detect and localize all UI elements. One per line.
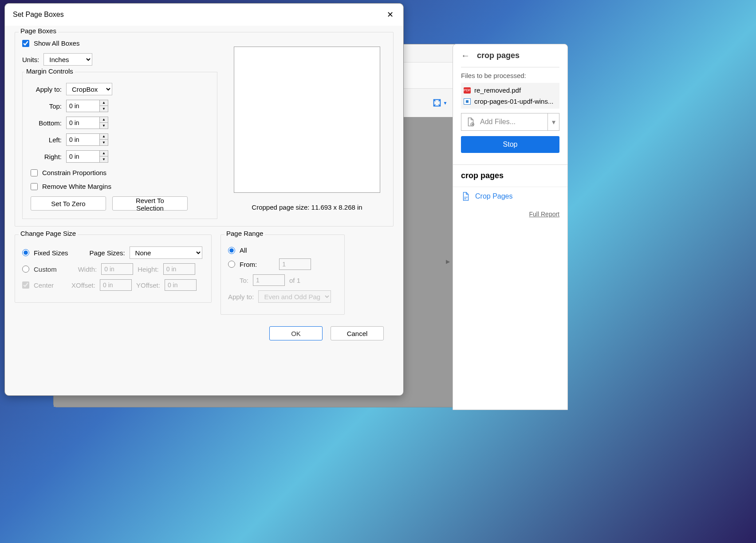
preview-caption: Cropped page size: 11.693 x 8.268 in [252, 203, 362, 211]
custom-radio[interactable] [22, 266, 29, 273]
panel-expand-icon[interactable]: ▶ [446, 258, 450, 265]
yoffset-label: YOffset: [136, 281, 160, 289]
right-down[interactable]: ▼ [100, 156, 108, 162]
page-sizes-select[interactable]: None [130, 246, 202, 259]
dialog-title: Set Page Boxes [13, 11, 64, 19]
right-spinner[interactable]: ▲▼ [66, 150, 108, 163]
image-icon [464, 98, 471, 105]
change-size-legend: Change Page Size [19, 230, 78, 237]
top-down[interactable]: ▼ [100, 106, 108, 112]
fixed-sizes-label: Fixed Sizes [34, 249, 68, 257]
add-files-dropdown[interactable]: ▾ [547, 113, 559, 130]
width-label: Width: [78, 266, 97, 273]
bottom-down[interactable]: ▼ [100, 123, 108, 129]
close-icon[interactable]: ✕ [385, 8, 395, 21]
pdf-icon: PDF [464, 87, 471, 94]
top-up[interactable]: ▲ [100, 100, 108, 106]
page-range-legend: Page Range [224, 230, 265, 237]
range-apply-to-select: Even and Odd Pages [258, 290, 331, 303]
set-page-boxes-dialog: Set Page Boxes ✕ Page Boxes Show All Box… [4, 3, 404, 396]
back-arrow-icon[interactable]: ← [461, 51, 470, 61]
fit-icon[interactable]: ▼ [432, 98, 447, 108]
apply-to-select[interactable]: CropBox [66, 83, 112, 95]
crop-link-label: Crop Pages [475, 192, 513, 200]
dialog-titlebar: Set Page Boxes ✕ [5, 4, 403, 26]
add-files-button[interactable]: Add Files... ▾ [461, 113, 559, 131]
yoffset-input [165, 279, 197, 291]
right-label: Right: [31, 153, 62, 160]
units-label: Units: [22, 56, 39, 63]
xoffset-input [100, 279, 132, 291]
stop-label: Stop [503, 141, 518, 148]
file-name: re_removed.pdf [474, 86, 521, 94]
crop-pages-link[interactable]: Crop Pages [453, 187, 567, 206]
bottom-up[interactable]: ▲ [100, 117, 108, 123]
top-label: Top: [31, 102, 62, 110]
page-sizes-label: Page Sizes: [90, 249, 125, 257]
left-label: Left: [31, 136, 62, 144]
remove-white-label: Remove White Margins [42, 183, 111, 190]
fixed-sizes-radio[interactable] [22, 249, 29, 256]
change-page-size-group: Change Page Size Fixed Sizes Page Sizes:… [15, 234, 212, 303]
left-down[interactable]: ▼ [100, 140, 108, 145]
crop-icon [461, 191, 471, 201]
height-input [163, 263, 195, 275]
stop-button[interactable]: Stop [461, 136, 559, 153]
rp-section-title: crop pages [453, 171, 567, 180]
files-label: Files to be processed: [461, 72, 559, 79]
bottom-input[interactable] [67, 117, 99, 129]
left-spinner[interactable]: ▲▼ [66, 133, 108, 146]
bottom-label: Bottom: [31, 119, 62, 127]
file-row[interactable]: PDF re_removed.pdf [463, 85, 558, 96]
rp-header: ← crop pages [453, 44, 567, 67]
add-file-icon [466, 117, 476, 127]
page-range-group: Page Range All From: To: of 1 Ap [220, 234, 345, 315]
to-label: To: [240, 277, 248, 284]
custom-label: Custom [34, 266, 57, 273]
right-panel: ← crop pages Files to be processed: PDF … [453, 44, 568, 410]
remove-white-checkbox[interactable] [31, 183, 38, 190]
center-label: Center [34, 281, 54, 289]
from-input [279, 258, 311, 270]
from-radio[interactable] [228, 261, 235, 268]
file-name: crop-pages-01-updf-wins... [474, 98, 553, 105]
constrain-label: Constrain Proportions [42, 169, 106, 176]
page-preview [234, 47, 380, 193]
constrain-checkbox[interactable] [31, 169, 38, 176]
page-boxes-group: Page Boxes Show All Boxes Units: Inches [15, 32, 394, 227]
margin-controls-group: Margin Controls Apply to: CropBox Top: [22, 72, 217, 219]
of-label: of 1 [289, 277, 300, 284]
rp-title: crop pages [477, 51, 520, 60]
top-input[interactable] [67, 100, 99, 112]
show-all-boxes-label: Show All Boxes [34, 39, 79, 47]
apply-to-label: Apply to: [31, 86, 62, 93]
range-apply-to-label: Apply to: [228, 293, 254, 301]
all-radio[interactable] [228, 247, 235, 254]
ok-button[interactable]: OK [269, 326, 323, 340]
add-files-label: Add Files... [480, 118, 516, 126]
revert-button[interactable]: Revert To Selection [112, 196, 188, 211]
all-label: All [240, 246, 247, 254]
units-select[interactable]: Inches [43, 53, 92, 66]
right-input[interactable] [67, 151, 99, 162]
top-spinner[interactable]: ▲▼ [66, 100, 108, 112]
file-row[interactable]: crop-pages-01-updf-wins... [463, 96, 558, 107]
cancel-button[interactable]: Cancel [331, 326, 384, 340]
right-up[interactable]: ▲ [100, 151, 108, 156]
width-input [101, 263, 133, 275]
full-report-link[interactable]: Full Report [529, 211, 559, 218]
page-boxes-legend: Page Boxes [19, 27, 58, 35]
show-all-boxes-checkbox[interactable] [22, 40, 29, 47]
xoffset-label: XOffset: [71, 281, 95, 289]
set-zero-button[interactable]: Set To Zero [31, 196, 106, 211]
left-up[interactable]: ▲ [100, 134, 108, 140]
from-label: From: [240, 261, 257, 268]
to-input [253, 274, 285, 286]
margin-controls-legend: Margin Controls [24, 67, 75, 75]
bottom-spinner[interactable]: ▲▼ [66, 117, 108, 129]
center-checkbox [22, 281, 29, 289]
height-label: Height: [138, 266, 159, 273]
left-input[interactable] [67, 134, 99, 145]
